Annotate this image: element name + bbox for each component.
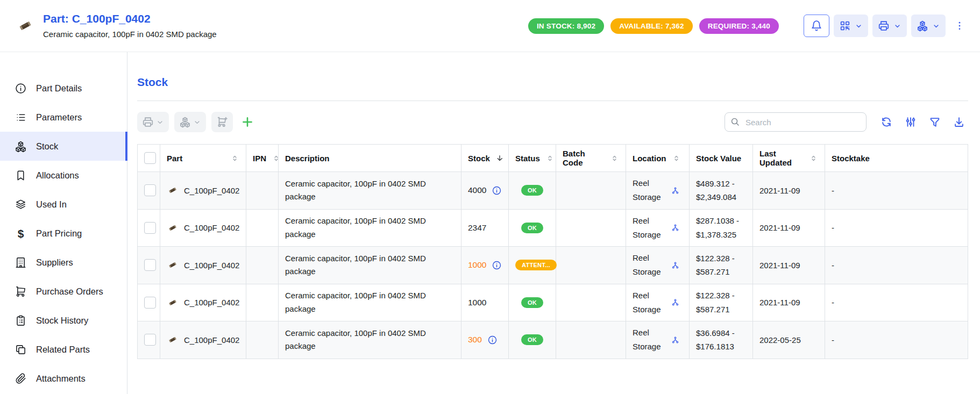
batch-cell [556,321,626,359]
printer-icon [142,116,154,128]
sidebar-item-suppliers[interactable]: Suppliers [0,248,127,277]
sidebar-item-stock-history[interactable]: Stock History [0,306,127,335]
notifications-button[interactable] [804,15,829,37]
select-all-header [138,145,160,172]
part-name: C_100pF_0402 [184,223,239,232]
row-checkbox[interactable] [144,297,156,309]
stock-options-button[interactable] [174,112,206,132]
sidebar-item-label: Stock [36,141,58,152]
stock-quantity: 300 [468,335,482,345]
part-name: C_100pF_0402 [184,335,239,345]
stack-icon [15,198,27,211]
columns-button[interactable] [905,116,917,128]
select-all-checkbox[interactable] [144,152,156,164]
sitemap-icon [671,187,679,195]
download-icon [953,116,965,128]
badge-available: AVAILABLE: 7,362 [610,18,692,34]
part-link[interactable]: C_100pF_0402 [167,221,239,235]
part-header: Part: C_100pF_0402 Ceramic capacitor, 10… [0,0,980,52]
location-link[interactable]: Reel Storage [633,214,683,242]
part-name: C_100pF_0402 [184,261,239,270]
row-checkbox[interactable] [144,184,156,196]
last-updated-cell: 2021-11-09 [753,209,825,247]
col-stock-header[interactable]: Stock [461,145,509,172]
row-checkbox[interactable] [144,222,156,234]
clipboard-icon [15,314,27,327]
batch-cell [556,172,626,210]
stock-value-cell: $36.6984 - $176.1813 [690,321,753,359]
selector-icon [809,154,818,163]
sidebar-item-label: Suppliers [36,257,73,268]
overflow-menu-button[interactable] [953,18,966,33]
col-ipn-header[interactable]: IPN [246,145,279,172]
part-link[interactable]: C_100pF_0402 [167,296,239,310]
print-options-button[interactable] [137,112,169,132]
col-batch-header[interactable]: Batch Code [556,145,626,172]
stock-quantity: 1000 [468,260,486,270]
part-thumbnail[interactable] [14,15,37,37]
table-search [725,112,867,132]
part-link[interactable]: C_100pF_0402 [167,258,239,272]
search-input[interactable] [725,112,867,132]
row-checkbox[interactable] [144,334,156,346]
stock-info-icon[interactable] [492,260,502,270]
table-row[interactable]: C_100pF_0402Ceramic capacitor, 100pF in … [138,209,968,247]
sidebar-item-related[interactable]: Related Parts [0,335,127,364]
table-row[interactable]: C_100pF_0402Ceramic capacitor, 100pF in … [138,321,968,359]
part-link[interactable]: C_100pF_0402 [167,183,239,197]
location-link[interactable]: Reel Storage [633,251,683,280]
table-row[interactable]: C_100pF_0402Ceramic capacitor, 100pF in … [138,247,968,284]
page-title: Part: C_100pF_0402 [43,13,217,24]
table-row[interactable]: C_100pF_0402Ceramic capacitor, 100pF in … [138,172,968,210]
status-badge: ATTENT... [515,260,557,270]
col-updated-header[interactable]: Last Updated [753,145,825,172]
print-button[interactable] [872,15,907,37]
description-cell: Ceramic capacitor, 100pF in 0402 SMD pac… [279,209,461,247]
info-circle-icon [487,335,498,345]
location-link[interactable]: Reel Storage [633,176,683,205]
location-name: Reel Storage [633,289,667,317]
sidebar-item-stock[interactable]: Stock [0,132,127,161]
batch-cell [556,209,626,247]
add-stock-button[interactable] [239,114,255,130]
part-link[interactable]: C_100pF_0402 [167,333,239,347]
download-button[interactable] [953,116,965,128]
refresh-button[interactable] [880,116,892,128]
col-part-header[interactable]: Part [160,145,246,172]
sidebar-item-parameters[interactable]: Parameters [0,103,127,132]
table-row[interactable]: C_100pF_0402Ceramic capacitor, 100pF in … [138,284,968,321]
col-location-header[interactable]: Location [626,145,690,172]
stock-value-cell: $122.328 - $587.271 [690,247,753,284]
sidebar-item-allocations[interactable]: Allocations [0,161,127,190]
stocktake-cell: - [825,172,968,210]
ipn-cell [246,247,279,284]
sidebar-item-used-in[interactable]: Used In [0,190,127,219]
location-link[interactable]: Reel Storage [633,289,683,317]
barcode-button[interactable] [834,15,868,37]
status-badge: OK [521,334,543,345]
col-stocktake-header[interactable]: Stocktake [825,145,968,172]
col-status-header[interactable]: Status [509,145,556,172]
col-value-header[interactable]: Stock Value [690,145,753,172]
part-name: C_100pF_0402 [184,186,239,195]
order-stock-button[interactable] [211,112,233,132]
sidebar-item-purchase-orders[interactable]: Purchase Orders [0,277,127,306]
col-description-header[interactable]: Description [279,145,461,172]
filter-icon [929,116,941,128]
search-icon [730,117,740,127]
filters-button[interactable] [929,116,941,128]
stock-info-icon[interactable] [492,185,502,196]
col-label: Stock Value [696,154,741,163]
stock-actions-button[interactable] [911,15,946,37]
capacitor-image [167,184,179,196]
stock-value-cell: $489.312 - $2,349.084 [690,172,753,210]
sidebar-item-attachments[interactable]: Attachments [0,364,127,393]
stock-info-icon[interactable] [487,335,498,345]
packages-icon [15,140,27,153]
row-checkbox[interactable] [144,259,156,271]
sidebar-item-details[interactable]: Part Details [0,74,127,103]
qrcode-icon [839,20,851,32]
sidebar-item-pricing[interactable]: $Part Pricing [0,219,127,248]
location-link[interactable]: Reel Storage [633,326,683,354]
capacitor-image [16,17,34,35]
